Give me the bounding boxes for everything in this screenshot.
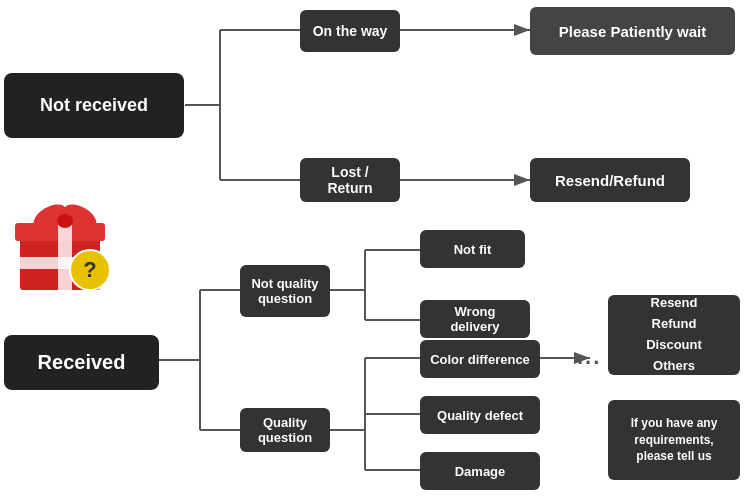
diagram: Not received On the way Please Patiently… [0,0,750,500]
color-difference-node: Color difference [420,340,540,378]
resend-refund-top-node: Resend/Refund [530,158,690,202]
gift-box-icon: ? [10,185,120,295]
ellipsis-dots: ··· [577,350,601,376]
requirements-node: If you have any requirements, please tel… [608,400,740,480]
wrong-delivery-node: Wrong delivery [420,300,530,338]
on-the-way-node: On the way [300,10,400,52]
lost-return-node: Lost / Return [300,158,400,202]
quality-question-node: Quality question [240,408,330,452]
please-wait-node: Please Patiently wait [530,7,735,55]
svg-text:?: ? [83,257,96,282]
not-fit-node: Not fit [420,230,525,268]
received-node: Received [4,335,159,390]
resend-options-node: Resend Refund Discount Others [608,295,740,375]
damage-node: Damage [420,452,540,490]
quality-defect-node: Quality defect [420,396,540,434]
svg-point-28 [57,214,73,228]
not-quality-node: Not quality question [240,265,330,317]
not-received-node: Not received [4,73,184,138]
